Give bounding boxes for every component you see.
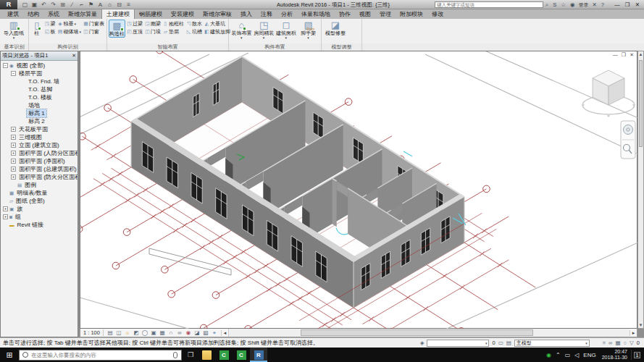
cushion-layer-button[interactable]: ▱垫层 — [162, 28, 184, 35]
view-restore-icon[interactable]: ❒ — [622, 52, 626, 58]
pit-trench-button[interactable]: ◺坑槽 — [185, 28, 202, 35]
view-minimize-icon[interactable]: — — [613, 52, 618, 58]
ring-beam-button[interactable]: ◲圈梁 — [144, 20, 161, 28]
tray-app-icon[interactable]: ◉ — [546, 352, 551, 358]
view-control-icon[interactable]: ▧ — [201, 329, 210, 336]
view-control-icon[interactable]: ◪ — [193, 329, 201, 336]
view-control-icon[interactable]: ⌖ — [210, 329, 219, 337]
tree-expander-icon[interactable] — [3, 222, 8, 227]
tree-item[interactable]: 标高 2 — [1, 117, 78, 125]
search-icon[interactable]: ⌕ — [545, 1, 548, 9]
tree-expander-icon[interactable]: − — [11, 71, 16, 76]
infocenter-search-input[interactable] — [435, 1, 543, 8]
ribbon-tab[interactable]: 安装建模 — [167, 9, 198, 19]
language-indicator[interactable]: ENG — [583, 352, 595, 358]
ribbon-tab[interactable]: 钢筋建模 — [135, 9, 167, 19]
tree-item[interactable]: T.O. Fnd. 墙 — [1, 77, 78, 85]
start-button[interactable]: ⊞ — [0, 350, 19, 360]
sign-in-label[interactable]: 登录 — [579, 1, 589, 9]
apron-button[interactable]: ◹散水 — [185, 20, 202, 28]
tree-expander-icon[interactable]: + — [11, 159, 16, 164]
import-dwg-button[interactable]: ▥ 导入图纸 ▾ — [1, 20, 26, 39]
door-window-button[interactable]: ◫门窗 — [83, 28, 104, 35]
tree-item[interactable]: + ◙ 组 — [1, 213, 78, 221]
clock[interactable]: 20:47 2018-11-30 — [602, 349, 627, 361]
ribbon-tab[interactable]: 系统 — [43, 9, 64, 19]
coping-button[interactable]: ◰压顶 — [126, 28, 143, 35]
design-option-combobox[interactable]: 主模型▾ — [514, 340, 590, 347]
taskbar-search[interactable] — [19, 350, 182, 361]
tree-item[interactable]: T.O. 基脚 — [1, 85, 78, 93]
sheet-icon[interactable]: ▤ — [506, 340, 511, 346]
ribbon-tab[interactable]: 土建建模 — [101, 9, 135, 19]
scroll-left-icon[interactable]: ◂ — [221, 330, 228, 336]
ribbon-tab[interactable]: 注释 — [256, 9, 277, 19]
ribbon-tab[interactable]: 协作 — [335, 9, 355, 19]
tree-item[interactable]: + 面积平面 (人防分区面积) — [1, 149, 78, 157]
tree-expander-icon[interactable] — [20, 119, 25, 124]
ribbon-tab[interactable]: 附加模块 — [396, 9, 427, 19]
beam-button[interactable]: ◳梁 — [43, 20, 55, 28]
door-pier-button[interactable]: ◫门垛 — [144, 28, 161, 35]
scrollbar-thumb[interactable] — [301, 329, 533, 336]
view-control-icon[interactable]: ◉ — [184, 329, 193, 336]
display-icon[interactable]: ▭ — [565, 352, 571, 358]
tree-item[interactable]: + 面积平面 (总建筑面积) — [1, 165, 78, 173]
tree-item[interactable]: + 立面 (建筑立面) — [1, 141, 78, 149]
qat-icon[interactable]: ⌐ — [77, 1, 86, 8]
tree-expander-icon[interactable]: + — [11, 135, 16, 140]
qat-icon[interactable]: ⌂ — [105, 1, 114, 8]
slab-button[interactable]: ◱板 — [43, 28, 55, 35]
tree-expander-icon[interactable]: + — [11, 151, 16, 156]
qat-icon[interactable]: ↶ — [39, 1, 49, 8]
view-control-icon[interactable]: ∩ — [167, 329, 175, 336]
restore-button[interactable]: ❒ — [622, 1, 632, 8]
qat-icon[interactable]: ↷ — [49, 1, 58, 8]
workset-combobox[interactable]: ▾ — [427, 340, 489, 347]
ribbon-tab[interactable]: 斯维尔算量 — [64, 9, 101, 19]
qat-icon[interactable]: ▢ — [20, 1, 30, 8]
tree-item[interactable]: + 面积平面 (防火分区面积) — [1, 173, 78, 181]
filter-icon[interactable]: ▽ — [630, 340, 634, 346]
exchange-apps-icon[interactable]: ✕ — [593, 1, 597, 8]
drawing-canvas[interactable]: — ❒ ✕ — [80, 51, 637, 329]
model-trim-button[interactable]: ◪ 模型修整 — [323, 20, 348, 36]
view-control-icon[interactable]: ∞ — [175, 329, 184, 336]
ribbon-tab[interactable]: 视图 — [355, 9, 375, 19]
scroll-right-icon[interactable]: ▸ — [630, 330, 637, 336]
lintel-button[interactable]: ◳过梁 — [126, 20, 143, 28]
tree-expander-icon[interactable]: + — [3, 206, 8, 211]
project-browser-header[interactable]: 项目浏览器 - 项目1 ✕ — [1, 51, 78, 61]
tree-expander-icon[interactable]: + — [11, 167, 16, 172]
view-control-icon[interactable]: ▣ — [149, 329, 158, 336]
tree-expander-icon[interactable] — [20, 79, 25, 84]
3d-model-view[interactable] — [80, 51, 638, 329]
tree-expander-icon[interactable]: + — [3, 214, 8, 219]
close-icon[interactable]: ✕ — [72, 53, 76, 59]
tree-expander-icon[interactable] — [3, 198, 8, 203]
qat-icon[interactable]: ▣ — [30, 1, 39, 8]
view-control-icon[interactable]: ◯ — [141, 329, 149, 336]
view-close-icon[interactable]: ✕ — [630, 52, 634, 58]
view-control-icon[interactable]: ☼ — [123, 329, 132, 336]
tree-expander-icon[interactable] — [11, 182, 16, 188]
tree-expander-icon[interactable]: − — [3, 63, 8, 68]
scrollbar-thumb[interactable] — [639, 60, 643, 147]
ribbon-tab[interactable]: 体量和场地 — [297, 9, 335, 19]
tree-item[interactable]: ▱ 图纸 (全部) — [1, 197, 78, 205]
view-scale-button[interactable]: 1 : 100 — [80, 329, 104, 336]
building-area-button[interactable]: ◻ 建筑面积 ▾ — [275, 20, 298, 39]
tree-expander-icon[interactable] — [3, 190, 8, 195]
tree-expander-icon[interactable]: + — [11, 174, 16, 180]
qat-icon[interactable]: ⊟ — [114, 1, 124, 8]
monitor-icon[interactable]: ▭ — [498, 340, 503, 346]
scaffold-button[interactable]: ▧Front 脚手架 ▾ — [297, 20, 319, 39]
ribbon-tab[interactable]: 结构 — [23, 9, 43, 19]
large-excavation-button[interactable]: ◭大基坑 — [204, 20, 230, 28]
drag-selection-icon[interactable]: ○ — [624, 340, 627, 346]
taskbar-app-icon[interactable] — [198, 348, 215, 362]
select-underlay-icon[interactable]: ∞ — [609, 340, 612, 346]
action-center-button[interactable]: 1 — [631, 350, 643, 360]
select-links-icon[interactable]: ⌗ — [603, 340, 606, 347]
tree-item[interactable]: − ◉ 视图 (全部) — [1, 62, 78, 70]
